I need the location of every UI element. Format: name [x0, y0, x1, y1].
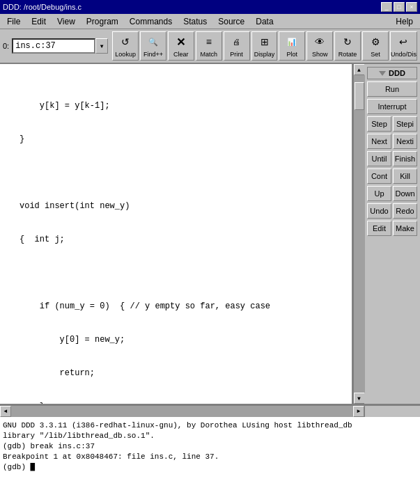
up-row: Up Down — [367, 186, 417, 201]
run-button[interactable]: Run — [367, 81, 417, 97]
menu-program[interactable]: Program — [81, 15, 124, 28]
print-icon: 🖨 — [228, 34, 245, 49]
code-line: y[0] = new_y; — [20, 334, 349, 345]
plot-label: Plot — [287, 51, 298, 58]
scroll-left-button[interactable]: ◄ — [0, 406, 11, 417]
plot-icon: 📊 — [283, 34, 300, 49]
find-icon: 🔍 — [145, 34, 162, 49]
rotate-label: Rotate — [339, 51, 357, 58]
code-line — [20, 267, 349, 278]
until-row: Until Finish — [367, 151, 417, 166]
menu-help[interactable]: Help — [390, 15, 419, 28]
window-title: DDD: /root/Debug/ins.c — [3, 3, 81, 11]
clear-label: Clear — [173, 51, 189, 58]
print-label: Print — [230, 51, 243, 58]
scroll-thumb[interactable] — [355, 82, 364, 110]
lookup-button[interactable]: ↺ Lookup — [112, 31, 139, 61]
rotate-button[interactable]: ↻ Rotate — [334, 31, 361, 61]
redo-button[interactable]: Redo — [393, 203, 417, 219]
maximize-button[interactable]: □ — [394, 2, 405, 12]
clear-icon: ✕ — [173, 34, 189, 49]
step-row: Step Stepi — [367, 116, 417, 132]
up-button[interactable]: Up — [367, 186, 391, 201]
menu-bar: File Edit View Program Commands Status S… — [0, 14, 420, 29]
finish-button[interactable]: Finish — [393, 151, 417, 166]
set-icon: ⚙ — [367, 34, 384, 49]
scroll-up-button[interactable]: ▲ — [354, 64, 365, 75]
console-line-2: library "/lib/libthread_db.so.1". — [3, 431, 417, 441]
scroll-track[interactable] — [354, 75, 365, 393]
location-dropdown[interactable]: ▼ — [95, 38, 108, 54]
stepi-button[interactable]: Stepi — [393, 116, 417, 132]
show-label: Show — [312, 51, 328, 58]
main-area: y[k] = y[k-1]; } void insert(int new_y) … — [0, 64, 420, 405]
display-button[interactable]: ⊞ Display — [251, 31, 278, 61]
menu-data[interactable]: Data — [250, 15, 279, 28]
nexti-button[interactable]: Nexti — [393, 134, 417, 149]
undo-label: Undo/Dis — [391, 51, 417, 58]
scroll-down-button[interactable]: ▼ — [354, 393, 365, 404]
toolbar: 0: ▼ ↺ Lookup 🔍 Find++ ✕ Clear ≡ Match 🖨… — [0, 29, 420, 64]
display-label: Display — [254, 51, 275, 58]
until-button[interactable]: Until — [367, 151, 391, 166]
title-bar: DDD: /root/Debug/ins.c _ □ × — [0, 0, 420, 14]
console-content: GNU DDD 3.3.11 (i386-redhat-linux-gnu), … — [0, 418, 420, 504]
scroll-right-button[interactable]: ► — [353, 406, 364, 417]
step-button[interactable]: Step — [367, 116, 391, 132]
code-scrollbar[interactable]: ▲ ▼ — [353, 64, 364, 404]
next-button[interactable]: Next — [367, 134, 391, 149]
h-scroll-track[interactable] — [11, 406, 353, 417]
code-line: return; — [20, 368, 349, 379]
ddd-triangle-icon — [379, 71, 386, 76]
menu-status[interactable]: Status — [178, 15, 212, 28]
console-line-1: GNU DDD 3.3.11 (i386-redhat-linux-gnu), … — [3, 420, 417, 431]
location-input[interactable] — [12, 38, 95, 54]
undo-button[interactable]: ↩ Undo/Dis — [390, 31, 417, 61]
menu-commands[interactable]: Commands — [124, 15, 178, 28]
code-line: } — [20, 401, 349, 404]
set-label: Set — [371, 51, 380, 58]
code-line: y[k] = y[k-1]; — [20, 100, 349, 111]
console-area: GNU DDD 3.3.11 (i386-redhat-linux-gnu), … — [0, 416, 420, 504]
clear-button[interactable]: ✕ Clear — [168, 31, 194, 61]
interrupt-button[interactable]: Interrupt — [367, 99, 417, 114]
menu-view[interactable]: View — [52, 15, 81, 28]
code-content: y[k] = y[k-1]; } void insert(int new_y) … — [0, 64, 352, 404]
lookup-icon: ↺ — [117, 34, 134, 49]
edit-button[interactable]: Edit — [367, 221, 391, 236]
make-button[interactable]: Make — [393, 221, 417, 236]
show-button[interactable]: 👁 Show — [306, 31, 333, 61]
undo-icon: ↩ — [395, 34, 412, 49]
menu-edit[interactable]: Edit — [26, 15, 52, 28]
ddd-title: DDD — [389, 69, 405, 77]
print-button[interactable]: 🖨 Print — [224, 31, 250, 61]
close-button[interactable]: × — [406, 2, 417, 12]
find-button[interactable]: 🔍 Find++ — [140, 31, 166, 61]
display-icon: ⊞ — [256, 34, 273, 49]
code-line — [20, 167, 349, 178]
code-pane: y[k] = y[k-1]; } void insert(int new_y) … — [0, 64, 353, 404]
cont-button[interactable]: Cont — [367, 168, 391, 184]
code-line: void insert(int new_y) — [20, 200, 349, 212]
horizontal-scrollbar[interactable]: ◄ ► — [0, 405, 420, 416]
match-label: Match — [200, 51, 217, 58]
undo-ddd-button[interactable]: Undo — [367, 203, 391, 219]
window: DDD: /root/Debug/ins.c _ □ × File Edit V… — [0, 0, 420, 504]
next-row: Next Nexti — [367, 134, 417, 149]
window-controls: _ □ × — [381, 2, 417, 12]
minimize-button[interactable]: _ — [381, 2, 392, 12]
down-button[interactable]: Down — [393, 186, 417, 201]
show-icon: 👁 — [311, 34, 328, 49]
code-line: if (num_y = 0) { // y empty so far, easy… — [20, 301, 349, 312]
cont-row: Cont Kill — [367, 168, 417, 184]
plot-button[interactable]: 📊 Plot — [279, 31, 305, 61]
kill-button[interactable]: Kill — [393, 168, 417, 184]
ddd-panel: DDD Run Interrupt Step Stepi Next Nexti … — [364, 64, 420, 404]
menu-file[interactable]: File — [1, 15, 26, 28]
console-line-3: (gdb) break ins.c:37 — [3, 441, 417, 452]
set-button[interactable]: ⚙ Set — [362, 31, 389, 61]
lookup-label: Lookup — [115, 51, 136, 58]
menu-source[interactable]: Source — [212, 15, 250, 28]
match-button[interactable]: ≡ Match — [196, 31, 222, 61]
code-line: { int j; — [20, 234, 349, 245]
